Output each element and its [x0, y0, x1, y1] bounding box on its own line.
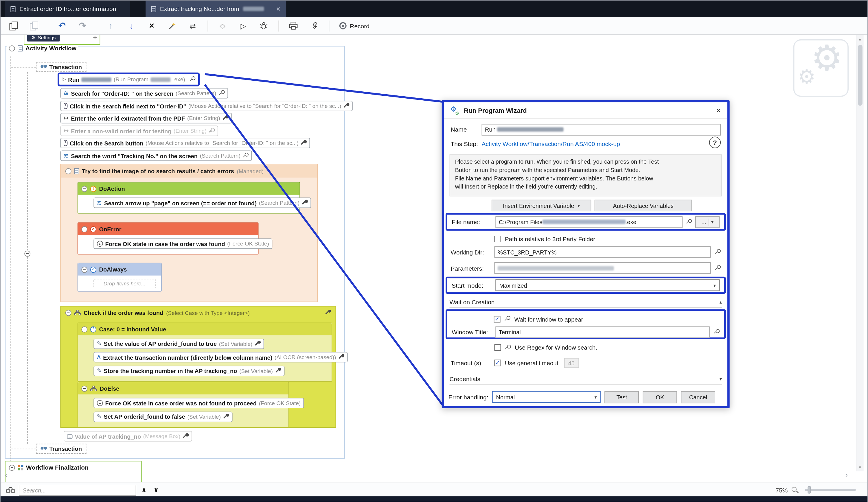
redo-button[interactable]: ↷	[77, 20, 88, 32]
transaction-chip[interactable]: Transaction	[36, 62, 86, 72]
step-extract-transaction-number[interactable]: A Extract the transaction number (direct…	[93, 352, 348, 362]
collapse-icon[interactable]: −	[81, 186, 87, 192]
wait-for-window-checkbox[interactable]	[494, 316, 500, 322]
pin-icon[interactable]	[325, 310, 331, 315]
pin-icon[interactable]	[301, 140, 307, 146]
collapse-icon[interactable]: −	[81, 386, 87, 391]
ok-button[interactable]: OK	[643, 391, 677, 403]
delete-button[interactable]: ×	[146, 20, 157, 32]
credentials-section[interactable]: Credentials ▾	[450, 373, 722, 384]
step-enter-invalid-order-id[interactable]: ↦ Enter a non-valid order id for testing…	[61, 125, 218, 136]
step-search-order-id[interactable]: ≋ Search for "Order-ID: " on the screen …	[61, 88, 228, 98]
case-header[interactable]: − ? Case: 0 = Inbound Value	[78, 323, 332, 335]
dialog-titlebar[interactable]: ⚙ ⚙ Run Program Wizard ✕	[444, 102, 727, 119]
parameters-field[interactable]	[495, 262, 711, 274]
scroll-up-icon[interactable]: ▴	[859, 36, 861, 41]
wait-on-creation-section[interactable]: Wait on Creation ▴	[450, 297, 722, 308]
collapse-icon[interactable]: −	[24, 251, 30, 257]
transaction-chip[interactable]: Transaction	[36, 443, 86, 453]
copy-button[interactable]	[8, 20, 19, 32]
pin-icon[interactable]	[686, 219, 692, 225]
step-click-search-button[interactable]: Click on the Search button (Mouse Action…	[61, 138, 310, 148]
replace-button[interactable]: ⇄	[187, 20, 198, 32]
step-store-tracking-number[interactable]: ✎ Store the tracking number in the AP tr…	[93, 366, 285, 376]
pin-icon[interactable]	[504, 316, 510, 322]
collapse-icon[interactable]: −	[9, 45, 15, 51]
test-button[interactable]: Test	[605, 391, 639, 403]
tab-extract-order-id[interactable]: Extract order ID fro...er confirmation	[5, 1, 130, 17]
collapse-icon[interactable]: −	[65, 168, 71, 174]
debug-button[interactable]	[258, 20, 269, 32]
cancel-button[interactable]: Cancel	[681, 391, 715, 403]
step-message-box[interactable]: Value of AP tracking_no (Message Box)	[64, 431, 192, 441]
window-title-field[interactable]: Terminal	[495, 326, 710, 338]
collapse-icon[interactable]: −	[81, 326, 87, 332]
step-search-arrow-up[interactable]: ≋ Search arrow up "page" on screen (== o…	[93, 198, 311, 208]
pin-icon[interactable]	[713, 329, 720, 335]
pin-icon[interactable]	[183, 433, 189, 439]
path-relative-checkbox[interactable]	[495, 236, 501, 242]
pin-icon[interactable]	[715, 249, 721, 255]
drop-items-placeholder[interactable]: Drop Items here...	[93, 279, 155, 288]
step-force-ok-found[interactable]: ▸ Force OK state in case the order was f…	[93, 239, 272, 249]
name-field[interactable]: Run	[482, 124, 721, 135]
pin-icon[interactable]	[275, 367, 281, 374]
this-step-link[interactable]: Activity Workflow/Transaction/Run AS/400…	[482, 140, 620, 147]
workflow-finalization-block[interactable]: − Workflow Finalization	[5, 461, 142, 482]
breakpoint-button[interactable]: ◇	[217, 20, 228, 32]
pin-icon[interactable]	[189, 76, 196, 82]
pin-icon[interactable]	[222, 115, 228, 121]
help-button[interactable]: ?	[709, 137, 721, 148]
onerror-header[interactable]: − × OnError	[78, 223, 258, 235]
working-dir-field[interactable]: %STC_3RD_PARTY%	[495, 246, 711, 258]
step-run-program[interactable]: ▷ Run (Run Program .exe)	[58, 73, 200, 86]
wizard-wand-button[interactable]	[167, 20, 178, 32]
step-set-orderid-found-false[interactable]: ✎ Set AP orderid_found to false (Set Var…	[93, 411, 232, 422]
workflow-canvas[interactable]: ⚙ Settings + − Activity Workflow − Trans…	[1, 35, 867, 482]
settings-chip[interactable]: ⚙ Settings	[27, 35, 60, 42]
doelse-header[interactable]: − DoElse	[78, 382, 288, 395]
settings-block-fragment[interactable]: ⚙ Settings +	[24, 35, 100, 45]
zoom-slider-handle[interactable]	[807, 487, 811, 494]
tools-button[interactable]	[308, 20, 319, 32]
insert-environment-variable-button[interactable]: Insert Environment Variable ▾	[492, 200, 591, 211]
find-previous-button[interactable]: ∧	[140, 485, 148, 494]
pin-icon[interactable]	[302, 200, 308, 206]
managed-header[interactable]: − Try to find the image of no search res…	[61, 164, 317, 178]
move-down-button[interactable]: ↓	[126, 20, 136, 32]
pin-icon[interactable]	[223, 414, 229, 420]
activity-workflow-header[interactable]: − Activity Workflow	[7, 45, 78, 51]
auto-replace-variables-button[interactable]: Auto-Replace Variables	[595, 200, 692, 211]
pin-icon[interactable]	[243, 153, 249, 159]
step-search-tracking-no[interactable]: ≋ Search the word "Tracking No." on the …	[61, 150, 252, 161]
select-case-header[interactable]: − Check if the order was found (Select C…	[61, 306, 335, 319]
record-button[interactable]: Record	[339, 22, 370, 30]
use-general-timeout-checkbox[interactable]	[495, 359, 501, 366]
pin-icon[interactable]	[209, 128, 215, 134]
scroll-right-icon[interactable]: ›	[845, 471, 848, 479]
print-button[interactable]	[288, 20, 299, 32]
paste-button[interactable]	[28, 20, 39, 32]
pin-icon[interactable]	[338, 354, 344, 360]
step-enter-order-id[interactable]: ↦ Enter the order id extracted from the …	[61, 113, 232, 123]
collapse-icon[interactable]: −	[65, 310, 71, 315]
doaction-header[interactable]: − ! DoAction	[78, 182, 299, 195]
add-step-icon[interactable]: +	[93, 35, 97, 42]
run-workflow-button[interactable]: ▷	[238, 20, 249, 32]
scroll-down-icon[interactable]: ▾	[859, 465, 861, 470]
chevron-up-icon[interactable]: ▴	[720, 299, 722, 304]
collapse-icon[interactable]: −	[81, 266, 87, 272]
collapse-icon[interactable]: −	[81, 226, 87, 232]
pin-icon[interactable]	[715, 265, 721, 271]
scroll-left-icon[interactable]: ‹	[5, 471, 7, 479]
pin-icon[interactable]	[505, 344, 511, 351]
close-dialog-icon[interactable]: ✕	[716, 106, 721, 114]
pin-icon[interactable]	[218, 90, 225, 96]
move-up-button[interactable]: ↑	[105, 20, 116, 32]
close-tab-icon[interactable]: ✕	[276, 6, 281, 12]
start-mode-select[interactable]: Maximized ▾	[495, 279, 720, 291]
use-regex-checkbox[interactable]	[495, 344, 501, 351]
scrollbar-thumb[interactable]	[858, 45, 862, 106]
error-handling-select[interactable]: Normal ▾	[492, 391, 601, 403]
undo-button[interactable]: ↶	[56, 20, 68, 32]
